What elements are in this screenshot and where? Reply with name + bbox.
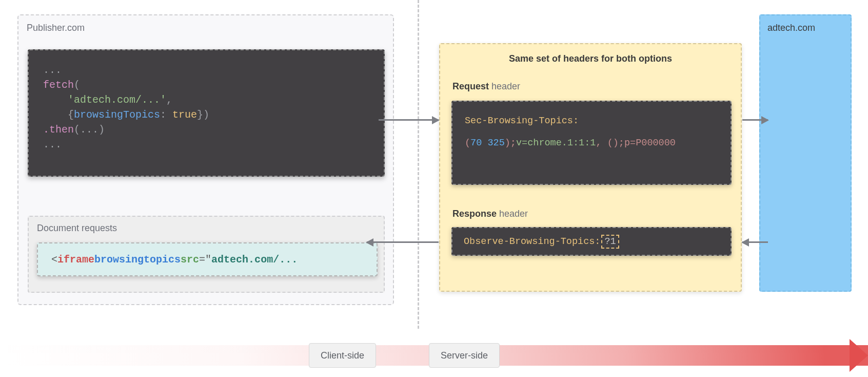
code-fetch: fetch <box>43 79 74 91</box>
iframe-quote: " <box>205 254 211 266</box>
iframe-eq: = <box>199 254 205 266</box>
req-semi: ; <box>510 138 516 148</box>
code-opt-key: browsingTopics <box>74 109 160 121</box>
code-colon: : <box>160 109 172 121</box>
req-header-name: Sec-Browsing-Topics: <box>465 116 579 126</box>
resp-header-value: ?1 <box>601 235 619 249</box>
arrowhead-right-icon <box>432 116 440 124</box>
code-brace-open: { <box>68 109 74 121</box>
request-header-block: Sec-Browsing-Topics: (70 325);v=chrome.1… <box>451 101 732 185</box>
code-ellipsis-2: ... <box>43 139 62 150</box>
adtech-label: adtech.com <box>767 23 815 33</box>
req-pc2: ) <box>613 138 619 148</box>
req-v: v= <box>516 138 527 148</box>
iframe-tag: iframe <box>57 254 94 266</box>
request-bold: Request <box>452 81 489 91</box>
document-requests-panel: Document requests <iframe browsingtopics… <box>28 216 385 293</box>
code-ellipsis: ... <box>43 64 62 76</box>
response-bold: Response <box>452 209 497 219</box>
code-then-args: (...) <box>74 124 105 136</box>
req-p: p=P000000 <box>624 138 676 148</box>
req-n1: 70 <box>470 138 482 148</box>
request-header-label: Request header <box>452 81 520 92</box>
document-requests-label: Document requests <box>37 223 117 234</box>
iframe-src-value: adtech.com/... <box>211 254 298 266</box>
iframe-attr-src: src <box>181 254 199 266</box>
iframe-open: < <box>51 254 57 266</box>
iframe-code-block: <iframe browsingtopics src="adtech.com/.… <box>37 242 378 276</box>
headers-panel: Same set of headers for both options Req… <box>439 43 742 292</box>
req-seg: chrome.1:1:1 <box>527 138 596 148</box>
arrow-publisher-to-headers <box>379 119 439 121</box>
arrow-headers-to-publisher <box>367 241 439 243</box>
req-po1: ( <box>465 138 470 148</box>
req-sp <box>482 138 487 148</box>
req-semi2: ; <box>619 138 624 148</box>
client-server-divider <box>418 0 419 329</box>
gradient-arrowhead-icon <box>850 339 868 372</box>
code-then: .then <box>43 124 74 136</box>
code-open-paren: ( <box>74 79 80 91</box>
code-brace-close: }) <box>197 109 209 121</box>
client-side-label: Client-side <box>309 343 376 368</box>
arrowhead-left-icon <box>366 238 373 247</box>
resp-header-name: Observe-Browsing-Topics: <box>464 236 600 247</box>
response-header-block: Observe-Browsing-Topics: ?1 <box>451 227 732 256</box>
code-url-arg: 'adtech.com/...' <box>68 94 166 106</box>
response-header-label: Response header <box>452 209 528 219</box>
arrowhead-left-icon <box>741 238 749 247</box>
publisher-panel: Publisher.com ... fetch( 'adtech.com/...… <box>17 14 394 305</box>
iframe-attr-browsingtopics: browsingtopics <box>94 254 181 266</box>
headers-title: Same set of headers for both options <box>440 53 741 64</box>
arrowhead-right-icon <box>761 116 769 124</box>
request-rest: header <box>489 81 520 91</box>
adtech-panel: adtech.com <box>759 14 852 292</box>
server-side-label: Server-side <box>429 343 500 368</box>
req-n2: 325 <box>487 138 504 148</box>
req-pc1: ) <box>505 138 510 148</box>
req-po2: ( <box>607 138 613 148</box>
publisher-label: Publisher.com <box>27 23 85 33</box>
code-comma: , <box>166 94 172 106</box>
fetch-code-block: ... fetch( 'adtech.com/...', {browsingTo… <box>28 49 385 177</box>
req-comma: , <box>596 138 607 148</box>
arrow-adtech-to-headers <box>742 241 768 243</box>
code-true: true <box>172 109 197 121</box>
arrow-headers-to-adtech <box>742 119 768 121</box>
response-rest: header <box>497 209 528 219</box>
